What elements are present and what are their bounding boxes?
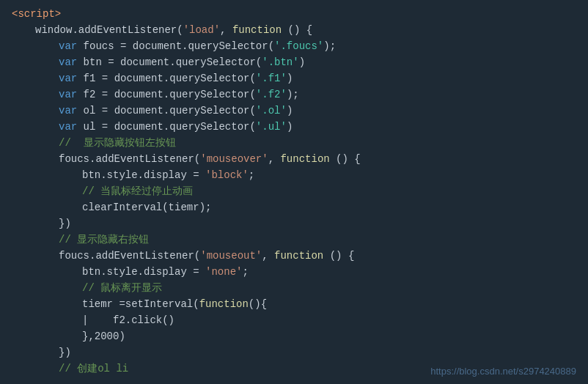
code-token-plain: ) [299,54,305,70]
code-token-plain: foucs.addEventListener( [59,248,200,264]
code-token-kw-var: var [59,86,77,103]
code-token-kw-var: var [59,38,77,54]
code-token-plain: ) [287,70,293,86]
code-token-plain: btn.style.display = [82,264,205,280]
code-token-string-single: 'none' [205,264,242,280]
code-token-plain: ); [287,86,299,103]
code-token-comment: // 鼠标离开显示 [82,280,162,296]
code-line: var f2 = document.querySelector('.f2'); [0,86,588,103]
code-token-plain: }) [59,344,71,361]
code-line: var btn = document.querySelector('.btn') [0,54,588,70]
code-token-kw-function: function [232,22,282,38]
code-token-plain: btn = document.querySelector( [77,54,262,70]
code-token-plain: , [262,248,274,264]
code-token-string-selector: '.ol' [256,103,287,119]
code-token-plain: btn.style.display = [82,167,205,183]
code-token-comment: // 创建ol li [59,361,128,377]
watermark: https://blog.csdn.net/s2974240889 [430,366,576,377]
code-token-kw-function: function [280,151,329,167]
code-token-kw-var: var [59,103,77,119]
code-token-comment: // 显示隐藏按钮左按钮 [59,135,176,151]
code-token-plain: , [268,151,281,167]
code-token-string-single: 'block' [205,167,249,183]
code-line: var ul = document.querySelector('.ul') [0,119,588,135]
code-line: clearInterval(tiemr); [0,199,588,215]
code-line: // 显示隐藏按钮左按钮 [0,135,588,151]
code-token-plain: , [220,22,232,38]
code-token-plain: (){ [249,296,267,312]
code-token-tag: <script> [12,6,61,22]
code-line: // 显示隐藏右按钮 [0,232,588,248]
code-token-plain: | f2.click() [82,312,174,328]
code-line: var ol = document.querySelector('.ol') [0,103,588,119]
code-token-plain: ; [242,264,248,280]
code-token-kw-var: var [59,70,77,86]
code-token-string-selector: '.btn' [262,54,298,70]
code-token-comment: // 显示隐藏右按钮 [59,232,149,248]
code-line: btn.style.display = 'block'; [0,167,588,183]
code-token-comment: // 当鼠标经过停止动画 [82,183,193,199]
code-token-plain: ul = document.querySelector( [77,119,256,135]
code-line: tiemr =setInterval(function(){ [0,296,588,312]
code-editor: <script>window.addEventListener('load', … [0,0,588,383]
code-token-plain: () { [323,248,354,264]
code-token-plain: () { [330,151,361,167]
code-token-plain: ); [323,38,336,54]
code-line: | f2.click() [0,312,588,328]
code-line: // 鼠标离开显示 [0,280,588,296]
code-token-plain: window.addEventListener( [35,22,183,38]
code-token-plain: ; [249,167,254,183]
code-token-string-selector: '.foucs' [274,38,323,54]
code-token-plain: () { [282,22,312,38]
code-line: var foucs = document.querySelector('.fou… [0,38,588,54]
code-line: foucs.addEventListener('mouseout', funct… [0,248,588,264]
code-token-kw-function: function [274,248,323,264]
code-token-plain: f2 = document.querySelector( [77,86,256,103]
code-line: var f1 = document.querySelector('.f1') [0,70,588,86]
code-token-plain: foucs = document.querySelector( [77,38,274,54]
code-token-plain: ) [287,119,293,135]
code-token-plain: clearInterval(tiemr); [82,199,211,215]
code-line: foucs.addEventListener('mouseover', func… [0,151,588,167]
code-token-plain: }) [59,215,71,232]
code-line: // 当鼠标经过停止动画 [0,183,588,199]
code-token-plain: ol = document.querySelector( [77,103,256,119]
code-token-plain: ) [287,103,293,119]
code-token-plain: tiemr =setInterval( [82,296,199,312]
code-token-plain: },2000) [82,328,125,344]
code-token-string-single: 'mouseover' [200,151,268,167]
code-line: btn.style.display = 'none'; [0,264,588,280]
code-token-string-single: 'mouseout' [200,248,262,264]
code-line: <script> [0,6,588,22]
code-token-kw-var: var [59,54,77,70]
code-token-string-selector: '.f1' [256,70,287,86]
code-line: }) [0,344,588,361]
code-token-string-selector: '.f2' [256,86,287,103]
code-token-string-selector: '.ul' [256,119,287,135]
code-line: },2000) [0,328,588,344]
code-line: window.addEventListener('load', function… [0,22,588,38]
code-token-string-single: 'load' [183,22,220,38]
code-line: }) [0,215,588,232]
code-token-kw-function: function [199,296,249,312]
code-token-plain: foucs.addEventListener( [59,151,200,167]
code-token-kw-var: var [59,119,77,135]
code-token-plain: f1 = document.querySelector( [77,70,256,86]
